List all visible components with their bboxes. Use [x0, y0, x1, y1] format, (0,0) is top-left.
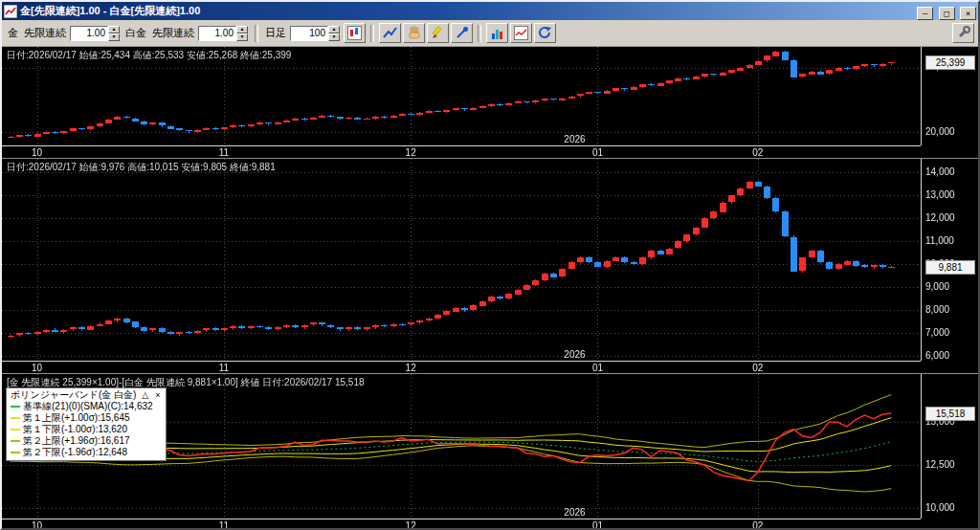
- chart-area: 日付:2026/02/17 始値:25,434 高値:25,533 安値:25,…: [2, 47, 978, 530]
- legend-row-label: 第２下限(-1.96σ):12,648: [23, 447, 127, 458]
- window-controls: – □ ×: [916, 3, 976, 20]
- trendline-icon[interactable]: [379, 23, 401, 43]
- toolbar: 金 先限連続 ▲ ▼ 白金 先限連続 ▲ ▼ 日足 ▲ ▼: [2, 20, 978, 47]
- bollinger-legend-rows: 基準線(21)(0)(SMA)(C):14,632第１上限(+1.00σ):15…: [11, 401, 162, 458]
- legend-row-label: 第１下限(-1.00σ):13,620: [23, 424, 127, 435]
- platinum-ratio-up-button[interactable]: ▲: [236, 26, 248, 33]
- platinum-series-label: 先限連続: [150, 26, 196, 40]
- bollinger-legend-title: ボリンジャーバンド(金 白金): [11, 389, 136, 401]
- platinum-last-price-label: 9,881: [925, 260, 975, 275]
- refresh-icon[interactable]: [534, 23, 556, 43]
- close-button[interactable]: ×: [960, 7, 976, 20]
- legend-line-swatch: [11, 452, 20, 453]
- platinum-chart-canvas[interactable]: [2, 159, 978, 373]
- platinum-chart-panel: 日付:2026/02/17 始値:9,976 高値:10,015 安値:9,80…: [2, 159, 978, 373]
- spread-chart-panel: [金 先限連続 25,399×1.00]-[白金 先限連続 9,881×1.00…: [2, 374, 978, 530]
- gold-ratio-up-button[interactable]: ▲: [108, 26, 120, 33]
- legend-row: 第１下限(-1.00σ):13,620: [11, 424, 162, 435]
- toolbar-separator: [478, 25, 481, 42]
- gold-ratio-spinner: ▲ ▼: [70, 26, 120, 41]
- app-window: 金[先限連続]1.00 - 白金[先限連続]1.00 – □ × 金 先限連続 …: [0, 0, 980, 530]
- app-icon: [4, 5, 17, 18]
- chart-type-icon[interactable]: [344, 23, 366, 43]
- legend-collapse-button[interactable]: △: [141, 390, 149, 400]
- gold-last-price-label: 25,399: [925, 55, 975, 70]
- legend-line-swatch: [11, 429, 20, 431]
- period-down-button[interactable]: ▼: [328, 33, 340, 41]
- bar-chart-icon[interactable]: [486, 23, 508, 43]
- gold-series-label: 先限連続: [22, 26, 68, 40]
- legend-line-swatch: [11, 417, 20, 419]
- platinum-ratio-input[interactable]: [198, 26, 236, 41]
- spread-last-price-label: 15,518: [925, 407, 975, 421]
- gold-ratio-down-button[interactable]: ▼: [108, 33, 120, 41]
- legend-row: 基準線(21)(0)(SMA)(C):14,632: [11, 401, 162, 412]
- window-title: 金[先限連続]1.00 - 白金[先限連続]1.00: [20, 4, 913, 18]
- legend-row: 第２下限(-1.96σ):12,648: [11, 447, 162, 458]
- bollinger-legend: ボリンジャーバンド(金 白金) △ × 基準線(21)(0)(SMA)(C):1…: [6, 387, 167, 461]
- platinum-label: 白金: [123, 26, 148, 40]
- legend-line-swatch: [11, 406, 20, 408]
- gold-ratio-input[interactable]: [70, 26, 108, 41]
- legend-row-label: 第１上限(+1.00σ):15,645: [23, 412, 130, 424]
- title-bar[interactable]: 金[先限連続]1.00 - 白金[先限連続]1.00 – □ ×: [2, 2, 978, 20]
- period-count-input[interactable]: [290, 26, 328, 41]
- platinum-ratio-spinner: ▲ ▼: [198, 26, 248, 41]
- maximize-button[interactable]: □: [939, 7, 955, 20]
- legend-close-button[interactable]: ×: [154, 390, 161, 400]
- legend-row-label: 基準線(21)(0)(SMA)(C):14,632: [23, 401, 153, 412]
- minimize-button[interactable]: –: [917, 7, 933, 20]
- eyedropper-icon[interactable]: [451, 23, 473, 43]
- gold-chart-canvas[interactable]: [2, 47, 978, 158]
- legend-row-label: 第２上限(+1.96σ):16,617: [23, 435, 130, 447]
- gold-label: 金: [6, 26, 20, 40]
- legend-line-swatch: [11, 440, 20, 442]
- pencil-icon[interactable]: [427, 23, 449, 43]
- toolbar-separator: [255, 25, 258, 42]
- gold-chart-panel: 日付:2026/02/17 始値:25,434 高値:25,533 安値:25,…: [2, 47, 978, 158]
- toolbar-separator: [370, 25, 374, 42]
- platinum-ratio-down-button[interactable]: ▼: [236, 33, 248, 41]
- period-up-button[interactable]: ▲: [328, 26, 340, 33]
- legend-row: 第２上限(+1.96σ):16,617: [11, 435, 162, 447]
- settings-wrench-icon[interactable]: [952, 23, 974, 43]
- period-label: 日足: [263, 26, 288, 40]
- indicator-chart-icon[interactable]: [510, 23, 532, 43]
- legend-row: 第１上限(+1.00σ):15,645: [11, 412, 162, 424]
- hand-icon[interactable]: [403, 23, 425, 43]
- period-spinner: ▲ ▼: [290, 26, 340, 41]
